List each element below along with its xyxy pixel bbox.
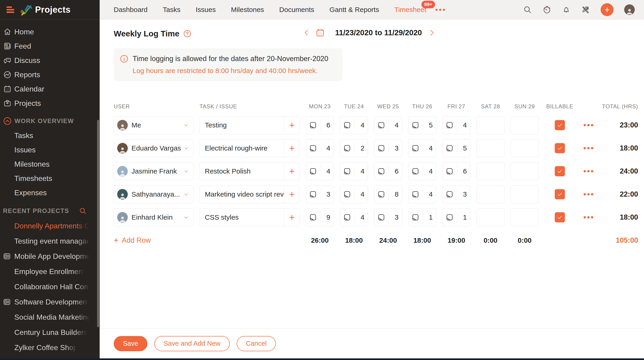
notes-icon[interactable]: [446, 144, 453, 152]
hours-value[interactable]: 4: [427, 144, 433, 152]
add-row-button[interactable]: +Add Row: [114, 236, 300, 245]
calendar-icon[interactable]: [316, 28, 325, 37]
hours-value[interactable]: 8: [392, 190, 398, 198]
notes-icon[interactable]: [378, 214, 385, 221]
day-hours-cell[interactable]: 3: [374, 208, 402, 226]
timer-icon[interactable]: [542, 5, 551, 14]
billable-checkbox[interactable]: [555, 143, 565, 153]
hours-value[interactable]: 5: [427, 121, 433, 129]
day-hours-cell[interactable]: 4: [306, 139, 334, 157]
recent-project-item[interactable]: Testing event managament: [0, 234, 100, 249]
day-hours-cell-empty[interactable]: [511, 139, 538, 157]
row-more-icon[interactable]: [581, 193, 596, 195]
save-and-add-new-button[interactable]: Save and Add New: [154, 336, 230, 351]
notes-icon[interactable]: [309, 168, 317, 175]
row-more-icon[interactable]: [581, 216, 596, 219]
notes-icon[interactable]: [412, 168, 419, 175]
chevron-up-circle-icon[interactable]: [3, 117, 12, 125]
notes-icon[interactable]: [309, 214, 317, 221]
day-hours-cell[interactable]: 4: [408, 139, 436, 157]
day-hours-cell-empty[interactable]: [476, 116, 504, 134]
search-icon[interactable]: [523, 5, 532, 14]
user-select[interactable]: Sathyanaraya...: [114, 185, 193, 203]
day-hours-cell[interactable]: 4: [408, 185, 436, 203]
task-input[interactable]: CSS styles +: [200, 208, 300, 226]
more-tabs-icon[interactable]: [436, 9, 445, 11]
billable-checkbox[interactable]: [555, 212, 565, 222]
day-hours-cell[interactable]: 4: [374, 116, 402, 134]
notes-icon[interactable]: [412, 191, 419, 198]
recent-project-item[interactable]: Zylker Coffee Shop: [0, 340, 100, 355]
hours-value[interactable]: 4: [358, 213, 364, 221]
nav-tab-dashboard[interactable]: Dashboard: [114, 6, 148, 13]
help-icon[interactable]: [183, 29, 192, 38]
work-overview-header[interactable]: WORK OVERVIEW: [0, 114, 100, 128]
nav-tab-timesheet[interactable]: Timesheet 99+: [394, 6, 426, 13]
hours-value[interactable]: 4: [358, 121, 364, 129]
day-hours-cell-empty[interactable]: [511, 162, 538, 180]
chevron-down-icon[interactable]: [183, 215, 189, 220]
recent-project-item[interactable]: Donnelly Apartments Co: [0, 218, 100, 234]
user-select[interactable]: Jasmine Frank: [114, 162, 193, 180]
add-task-icon[interactable]: +: [284, 116, 300, 134]
previous-week-icon[interactable]: [302, 29, 310, 37]
recent-project-item[interactable]: Social Media Marketing: [0, 310, 100, 325]
nav-tab-tasks[interactable]: Tasks: [163, 6, 180, 13]
hours-value[interactable]: 1: [461, 213, 467, 221]
notes-icon[interactable]: [446, 214, 453, 221]
day-hours-cell[interactable]: 4: [340, 116, 368, 134]
tools-icon[interactable]: [581, 5, 590, 14]
day-hours-cell[interactable]: 1: [408, 208, 436, 226]
recent-project-item[interactable]: Century Luna Builders: [0, 325, 100, 340]
notes-icon[interactable]: [378, 191, 385, 198]
day-hours-cell[interactable]: 6: [374, 162, 402, 180]
day-hours-cell[interactable]: 3: [374, 139, 402, 157]
save-button[interactable]: Save: [114, 336, 148, 351]
day-hours-cell[interactable]: 4: [340, 162, 368, 180]
nav-tab-gantt-reports[interactable]: Gantt & Reports: [330, 6, 379, 13]
bell-icon[interactable]: [562, 5, 571, 14]
notes-icon[interactable]: [412, 144, 419, 152]
sidebar-item-home[interactable]: Home: [0, 25, 100, 39]
hours-value[interactable]: 3: [392, 213, 398, 221]
billable-checkbox[interactable]: [555, 189, 565, 199]
notes-icon[interactable]: [378, 168, 385, 175]
chevron-down-icon[interactable]: [183, 145, 189, 151]
add-task-icon[interactable]: +: [284, 139, 300, 157]
hours-value[interactable]: 4: [461, 121, 467, 129]
day-hours-cell[interactable]: 1: [442, 208, 470, 226]
hours-value[interactable]: 6: [392, 167, 398, 175]
work-overview-item-milestones[interactable]: Milestones: [0, 157, 100, 171]
add-task-icon[interactable]: +: [284, 186, 300, 203]
cancel-button[interactable]: Cancel: [237, 336, 276, 351]
row-more-icon[interactable]: [581, 124, 596, 126]
sidebar-item-projects[interactable]: Projects: [0, 96, 100, 110]
task-input[interactable]: Testing +: [200, 116, 300, 134]
sidebar-item-feed[interactable]: Feed: [0, 39, 100, 53]
add-task-icon[interactable]: +: [284, 209, 300, 226]
hours-value[interactable]: 4: [427, 167, 433, 175]
day-hours-cell-empty[interactable]: [476, 185, 504, 203]
hours-value[interactable]: 4: [324, 144, 330, 152]
day-hours-cell[interactable]: 3: [306, 185, 334, 203]
recent-project-item[interactable]: Mobile App Development: [0, 249, 100, 264]
day-hours-cell[interactable]: 8: [374, 185, 402, 203]
notes-icon[interactable]: [309, 144, 317, 152]
billable-checkbox[interactable]: [555, 166, 565, 176]
hours-value[interactable]: 5: [461, 144, 467, 152]
day-hours-cell[interactable]: 2: [340, 139, 368, 157]
work-overview-item-expenses[interactable]: Expenses: [0, 186, 100, 200]
notes-icon[interactable]: [378, 144, 385, 152]
sidebar-item-discuss[interactable]: Discuss: [0, 53, 100, 67]
day-hours-cell-empty[interactable]: [511, 185, 538, 203]
day-hours-cell-empty[interactable]: [476, 208, 504, 226]
day-hours-cell[interactable]: 4: [306, 162, 334, 180]
recent-project-item[interactable]: Employee Enrollment: [0, 264, 100, 279]
task-input[interactable]: Restock Polish +: [200, 162, 300, 180]
day-hours-cell[interactable]: 9: [306, 208, 334, 226]
row-more-icon[interactable]: [581, 147, 596, 149]
notes-icon[interactable]: [309, 121, 317, 129]
notes-icon[interactable]: [344, 191, 351, 198]
sidebar-item-calendar[interactable]: Calendar: [0, 82, 100, 96]
notes-icon[interactable]: [446, 121, 453, 129]
